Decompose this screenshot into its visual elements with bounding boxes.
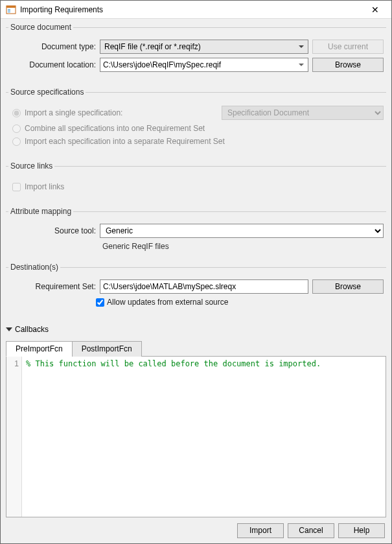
combine-all-radio <box>12 124 21 133</box>
editor-gutter: 1 <box>6 357 22 517</box>
requirement-set-label: Requirement Set: <box>8 282 96 291</box>
svg-rect-1 <box>6 6 16 8</box>
specification-dropdown: Specification Document <box>222 106 384 120</box>
import-single-radio <box>12 109 21 117</box>
tab-postimportfcn[interactable]: PostImportFcn <box>72 341 142 357</box>
document-location-combo[interactable] <box>100 58 308 72</box>
destination-group: Destination(s) Requirement Set: Browse A… <box>6 263 386 311</box>
callbacks-toggle[interactable]: Callbacks <box>6 325 386 334</box>
dialog-content: Source document Document type: ReqIF fil… <box>1 19 391 517</box>
attribute-mapping-legend: Attribute mapping <box>8 207 73 216</box>
allow-updates-label: Allow updates from external source <box>107 298 228 307</box>
source-links-legend: Source links <box>8 161 54 171</box>
document-location-label: Document location: <box>8 60 96 69</box>
source-tool-dropdown[interactable]: Generic <box>100 224 384 238</box>
source-links-group: Source links Import links <box>6 161 386 199</box>
source-tool-label: Source tool: <box>8 226 96 235</box>
chevron-down-icon <box>6 326 12 333</box>
browse-doc-button[interactable]: Browse <box>312 58 384 72</box>
cancel-button[interactable]: Cancel <box>288 523 334 538</box>
title-bar: Importing Requirements ✕ <box>1 1 391 19</box>
app-icon <box>6 5 16 15</box>
import-links-checkbox <box>12 183 21 191</box>
allow-updates-checkbox[interactable] <box>96 298 104 307</box>
import-each-label: Import each specification into a separat… <box>25 137 225 146</box>
svg-rect-2 <box>8 9 10 10</box>
destination-legend: Destination(s) <box>8 263 60 272</box>
code-editor[interactable]: 1 % This function will be called before … <box>6 357 386 517</box>
requirement-set-input[interactable] <box>100 279 308 294</box>
combine-all-label: Combine all specifications into one Requ… <box>25 124 205 133</box>
help-button[interactable]: Help <box>338 523 385 538</box>
import-button[interactable]: Import <box>237 523 284 538</box>
browse-dest-button[interactable]: Browse <box>312 279 384 294</box>
editor-code[interactable]: % This function will be called before th… <box>22 357 386 517</box>
tab-preimportfcn[interactable]: PreImportFcn <box>6 341 73 357</box>
window-title: Importing Requirements <box>20 5 364 14</box>
svg-rect-3 <box>8 10 10 11</box>
svg-rect-4 <box>8 12 10 12</box>
close-icon[interactable]: ✕ <box>364 5 386 15</box>
document-location-input[interactable] <box>100 58 308 71</box>
callbacks-tabs: PreImportFcn PostImportFcn <box>6 340 386 357</box>
source-specifications-group: Source specifications Import a single sp… <box>6 88 386 154</box>
import-each-radio <box>12 137 21 146</box>
callbacks-label: Callbacks <box>15 325 49 334</box>
source-tool-description: Generic ReqIF files <box>102 242 384 251</box>
attribute-mapping-group: Attribute mapping Source tool: Generic G… <box>6 207 386 255</box>
document-type-dropdown[interactable]: ReqIF file (*.reqif or *.reqifz) <box>100 40 308 54</box>
document-type-value: ReqIF file (*.reqif or *.reqifz) <box>104 42 201 51</box>
source-specifications-legend: Source specifications <box>8 88 86 97</box>
dialog-footer: Import Cancel Help <box>1 517 391 543</box>
svg-marker-5 <box>6 327 12 331</box>
source-document-legend: Source document <box>8 23 73 32</box>
use-current-button: Use current <box>312 40 384 54</box>
document-type-label: Document type: <box>8 42 96 51</box>
source-document-group: Source document Document type: ReqIF fil… <box>6 23 386 80</box>
import-single-label: Import a single specification: <box>25 108 122 117</box>
import-links-label: Import links <box>25 182 64 191</box>
